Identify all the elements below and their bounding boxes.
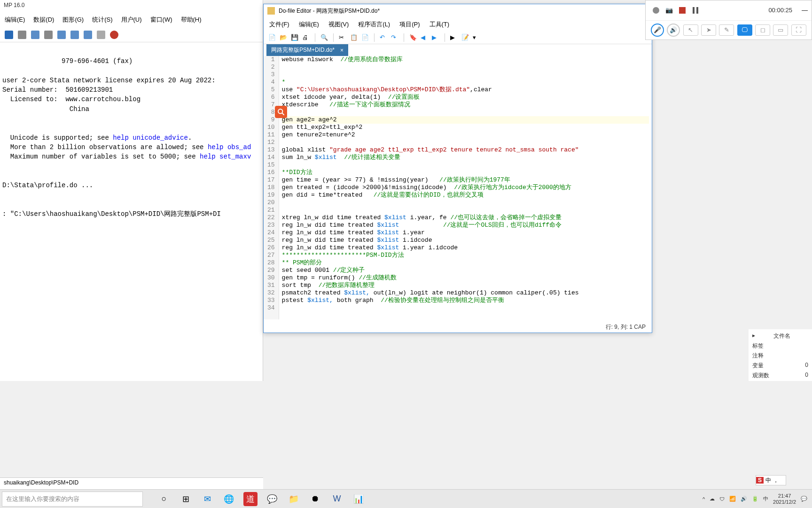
code-content[interactable]: webuse nlswork //使用系统自带数据库 *use "C:\User… [279,56,652,319]
prop-obs-val: 0 [805,372,808,380]
bookmark-next-icon[interactable]: ▶ [432,34,439,41]
code-editor[interactable]: 1234567891011121314151617181920212223242… [264,56,652,319]
dofile-menu-project[interactable]: 项目(P) [399,20,420,29]
do-icon[interactable] [44,31,53,39]
menu-data[interactable]: 数据(D) [33,16,54,24]
close-icon[interactable]: × [340,47,344,54]
country: China [2,105,89,113]
fullscreen-tool-icon[interactable]: ⛶ [791,24,806,36]
line-gutter: 1234567891011121314151617181920212223242… [264,56,279,319]
print-icon[interactable]: 🖨 [302,34,310,41]
youdao-icon[interactable]: 道 [243,492,258,506]
tray-volume-icon[interactable]: 🔊 [741,496,747,502]
minimize-button[interactable]: — [802,7,808,14]
edit-icon[interactable] [70,31,79,39]
copy-icon[interactable]: 📋 [350,34,358,41]
tray-ime-icon[interactable]: 中 [763,495,768,502]
stata-results-window[interactable]: 979-696-4601 (fax) user 2-core Stata net… [0,42,263,233]
recorder-app-icon[interactable]: ⏺ [308,492,322,506]
file-explorer-icon[interactable]: 📁 [287,492,301,506]
tray-shield-icon[interactable]: 🛡 [719,496,725,502]
menu-stats[interactable]: 统计(S) [92,16,112,24]
menu-window[interactable]: 窗口(W) [150,16,172,24]
open-icon[interactable]: 📂 [280,34,287,41]
screen-tool-icon[interactable]: 🖵 [737,24,752,36]
chrome-icon[interactable]: 🌐 [222,492,236,506]
dofile-titlebar[interactable]: Do-file Editor - 网路完整版PSM+DID.do* [264,4,652,17]
data-editor-icon[interactable] [84,31,92,39]
new-icon[interactable]: 📄 [268,34,276,41]
task-view-icon[interactable]: ⊞ [179,492,193,506]
dofile-menu-edit[interactable]: 编辑(E) [299,20,319,29]
tray-battery-icon[interactable]: 🔋 [752,496,758,502]
menu-graph[interactable]: 图形(G) [62,16,84,24]
execute-icon[interactable]: ▶ [450,34,458,41]
view-icon[interactable] [18,31,26,39]
svg-rect-4 [693,7,695,14]
licensed-label: Licensed to: [2,95,58,103]
cortana-icon[interactable]: ○ [157,492,171,506]
maxvar-link[interactable]: help set_maxv [200,153,251,160]
recorder-stop-button[interactable] [649,4,663,17]
svg-point-0 [278,109,282,113]
dofile-menu-tools[interactable]: 工具(T) [429,20,450,29]
dofile-tab[interactable]: 网路完整版PSM+DID.do* × [266,44,348,56]
dofile-app-icon [267,7,275,15]
browse-icon[interactable] [57,31,66,39]
svg-point-2 [653,7,659,14]
cursor-tool-icon[interactable]: ↖ [683,24,698,36]
dofile-menu-file[interactable]: 文件(F) [269,20,289,29]
dofile-menu-lang[interactable]: 程序语言(L) [358,20,390,29]
taskbar-search-input[interactable]: 在这里输入你要搜索的内容 [2,492,143,507]
camera-icon[interactable]: 📷 [663,4,676,17]
bookmark-prev-icon[interactable]: ◀ [421,34,428,41]
menu-user[interactable]: 用户(U) [121,16,142,24]
region-tool-icon[interactable]: ▭ [773,24,788,36]
run-selection-icon[interactable]: 📝 [461,34,469,41]
tray-onedrive-icon[interactable]: ☁ [710,496,715,502]
menu-edit[interactable]: 编辑(E) [5,16,25,24]
tray-wifi-icon[interactable]: 📶 [729,496,736,502]
break-icon[interactable] [97,31,105,39]
paste-icon[interactable]: 📄 [361,34,369,41]
pen-tool-icon[interactable]: ✎ [719,24,734,36]
unicode-link[interactable]: help unicode_advice [113,134,188,142]
save-icon[interactable]: 💾 [291,34,298,41]
word-icon[interactable]: W [330,492,344,506]
redo-icon[interactable]: ↷ [391,34,398,41]
maxvar-text: Maximum number of variables is set to 50… [2,153,200,160]
stata-app-icon[interactable]: 📊 [351,492,366,506]
undo-icon[interactable]: ↶ [380,34,387,41]
obs-link[interactable]: help obs_ad [208,143,251,151]
dropdown-icon[interactable]: ▾ [473,34,480,41]
clock-date: 2021/12/2 [773,499,796,505]
menu-help[interactable]: 帮助(H) [181,16,202,24]
serial-label: Serial number: [2,86,58,94]
licensed-value: www.carrotchou.blog [58,95,141,103]
bookmark-add-icon[interactable]: 🔖 [409,34,417,41]
stop-icon[interactable] [110,31,118,39]
notifications-icon[interactable]: 💬 [801,496,807,502]
cut-icon[interactable]: ✂ [339,34,346,41]
dofile-menu-view[interactable]: 视图(V) [328,20,349,29]
pause-button[interactable] [689,4,702,17]
find-icon[interactable]: 🔍 [320,34,328,41]
search-magnifier-icon[interactable] [275,106,287,118]
pointer-tool-icon[interactable]: ➤ [701,24,716,36]
save-icon[interactable] [5,31,13,39]
fax-line: 979-696-4601 (fax) [2,57,133,65]
wechat-icon[interactable]: 💬 [265,492,279,506]
mail-app-icon[interactable]: ✉ [200,492,214,506]
record-button[interactable] [676,4,689,17]
prop-tags: 标签 [752,342,764,350]
search-placeholder: 在这里输入你要搜索的内容 [6,495,79,503]
stata-command-path[interactable]: shuaikang\Desktop\PSM+DID [0,477,263,489]
taskbar-clock[interactable]: 21:47 2021/12/2 [773,493,796,504]
graph-icon[interactable] [31,31,39,39]
window-tool-icon[interactable]: ◻ [755,24,770,36]
speaker-icon[interactable]: 🔊 [667,24,680,37]
ime-indicator[interactable]: S中， [756,475,786,485]
mic-icon[interactable]: 🎤 [651,24,664,37]
tray-chevron-icon[interactable]: ^ [703,496,705,502]
dofile-menubar: 文件(F) 编辑(E) 视图(V) 程序语言(L) 项目(P) 工具(T) [264,17,652,32]
